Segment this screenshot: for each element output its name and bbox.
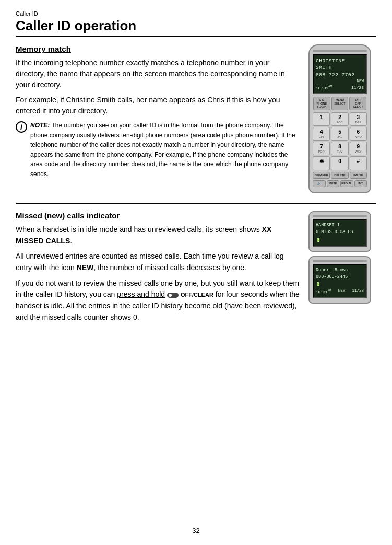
- off-clear-label: OFF/CLEAR: [181, 292, 213, 298]
- mute-button[interactable]: MUTE: [327, 180, 340, 187]
- note-icon: i: [16, 121, 27, 133]
- phone-device-2: HANDSET 1 6 MISSED CALLS 🔋: [308, 211, 371, 252]
- section1-header: Memory match: [16, 44, 300, 53]
- menu-select-button[interactable]: MENUSELECT: [331, 97, 349, 110]
- pause-button[interactable]: PAUSE: [350, 172, 367, 179]
- vol-button[interactable]: 🔊: [313, 180, 326, 187]
- redial-button[interactable]: REDIAL: [340, 180, 353, 187]
- page-title: Caller ID operation: [16, 18, 376, 37]
- int-button[interactable]: INT: [354, 180, 367, 187]
- svg-point-1: [169, 294, 172, 297]
- phones-right: HANDSET 1 6 MISSED CALLS 🔋 Robert Brown …: [308, 211, 376, 328]
- section2-header: Missed (new) calls indicator: [16, 211, 300, 220]
- phone-bottom-row: SPEAKER DELETE PAUSE: [313, 172, 367, 179]
- section1-para1: If the incoming telephone number exactly…: [16, 57, 300, 90]
- key-hash[interactable]: #: [350, 156, 367, 170]
- phone-screen-1: CHRISTINE SMITH 888-722-7702 NEW 10:01AM…: [313, 54, 367, 94]
- speaker-button[interactable]: SPEAKER: [313, 172, 330, 179]
- key-0[interactable]: 0: [331, 156, 348, 170]
- note-text: NOTE: The number you see on your caller …: [30, 121, 300, 179]
- section1-para2: For example, if Christine Smith calls, h…: [16, 95, 300, 117]
- section-divider: [16, 203, 376, 204]
- section2-para1: When a handset is in idle mode and has u…: [16, 224, 300, 247]
- key-4[interactable]: 4GHI: [313, 127, 330, 141]
- section2-para3: If you do not want to review the missed …: [16, 278, 300, 323]
- key-3[interactable]: 3DEF: [350, 112, 367, 126]
- phone-screen-3: Robert Brown 888-883-2445 🔋 10:31AM NEW …: [313, 264, 367, 298]
- dir-button[interactable]: DIROFFCLEAR: [349, 97, 366, 110]
- off-clear-icon: [167, 292, 179, 298]
- key-7[interactable]: 7PQR: [313, 142, 330, 155]
- key-9[interactable]: 9WXY: [350, 142, 367, 155]
- page-number: 32: [0, 527, 392, 535]
- phone-bottom-row2: 🔊 MUTE REDIAL INT: [313, 180, 367, 187]
- cid-button[interactable]: CIDPHONEFLASH: [313, 97, 330, 110]
- key-1[interactable]: 1: [313, 112, 330, 126]
- caller-id-label: Caller ID: [16, 10, 376, 17]
- key-star[interactable]: ✱: [313, 156, 330, 170]
- key-2[interactable]: 2ABC: [331, 112, 348, 126]
- section2-para2: All unreviewed entries are counted as mi…: [16, 251, 300, 273]
- phone-device-1: CHRISTINE SMITH 888-722-7702 NEW 10:01AM…: [308, 44, 376, 193]
- phone-keypad-1: 1 2ABC 3DEF 4GHI 5JKL 6MNO 7PQR 8TUV 9WX…: [313, 112, 367, 170]
- key-5[interactable]: 5JKL: [331, 127, 348, 141]
- phone-screen-2: HANDSET 1 6 MISSED CALLS 🔋: [313, 219, 367, 247]
- key-6[interactable]: 6MNO: [350, 127, 367, 141]
- phone-device-3: Robert Brown 888-883-2445 🔋 10:31AM NEW …: [308, 256, 371, 304]
- delete-button[interactable]: DELETE: [331, 172, 348, 179]
- key-8[interactable]: 8TUV: [331, 142, 348, 155]
